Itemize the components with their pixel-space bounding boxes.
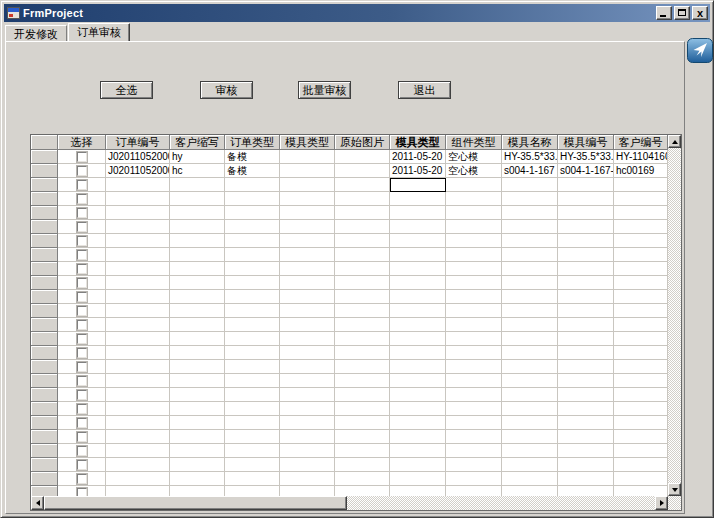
grid-cell[interactable] [614, 206, 668, 220]
grid-cell[interactable] [390, 220, 446, 234]
grid-cell[interactable] [614, 220, 668, 234]
grid-cell[interactable] [280, 150, 335, 164]
row-checkbox[interactable] [77, 166, 87, 176]
grid-cell[interactable] [280, 234, 335, 248]
grid-cell[interactable] [446, 444, 502, 458]
row-header-cell[interactable] [31, 430, 58, 444]
grid-cell[interactable] [390, 192, 446, 206]
grid-cell[interactable] [170, 374, 225, 388]
row-header-cell[interactable] [31, 234, 58, 248]
grid-cell[interactable] [558, 318, 614, 332]
grid-cell[interactable] [446, 458, 502, 472]
grid-cell[interactable] [446, 332, 502, 346]
grid-cell[interactable] [614, 430, 668, 444]
grid-cell[interactable] [502, 472, 558, 486]
grid-cell[interactable] [390, 276, 446, 290]
grid-cell[interactable] [446, 374, 502, 388]
column-header[interactable]: 订单类型 [225, 135, 280, 150]
row-header-cell[interactable] [31, 388, 58, 402]
grid-cell[interactable] [446, 206, 502, 220]
grid-cell[interactable] [614, 318, 668, 332]
grid-cell[interactable] [335, 304, 390, 318]
grid-cell[interactable] [390, 360, 446, 374]
grid-cell[interactable] [446, 276, 502, 290]
grid-cell[interactable] [502, 220, 558, 234]
grid-cell[interactable] [558, 262, 614, 276]
row-header-cell[interactable] [31, 164, 58, 178]
grid-cell[interactable] [558, 276, 614, 290]
grid-cell[interactable] [335, 248, 390, 262]
row-checkbox[interactable] [77, 152, 87, 162]
grid-cell[interactable] [280, 318, 335, 332]
grid-cell[interactable] [558, 178, 614, 192]
grid-cell[interactable] [502, 332, 558, 346]
grid-cell[interactable] [170, 332, 225, 346]
grid-cell[interactable] [335, 234, 390, 248]
grid-cell[interactable]: hy [170, 150, 225, 164]
grid-cell[interactable] [558, 206, 614, 220]
exit-button[interactable]: 退出 [398, 81, 451, 99]
grid-cell[interactable]: HY-35.5*33.5* [558, 150, 614, 164]
scroll-right-icon[interactable] [655, 496, 668, 510]
row-checkbox[interactable] [77, 446, 87, 456]
grid-cell[interactable] [280, 458, 335, 472]
grid-cell[interactable] [502, 346, 558, 360]
grid-cell[interactable] [225, 220, 280, 234]
grid-cell[interactable]: HY-35.5*33.5* [502, 150, 558, 164]
grid-cell[interactable] [225, 346, 280, 360]
grid-cell[interactable] [335, 374, 390, 388]
grid-cell[interactable] [170, 360, 225, 374]
row-header-cell[interactable] [31, 248, 58, 262]
grid-cell[interactable] [106, 220, 170, 234]
grid-cell[interactable] [614, 388, 668, 402]
grid-cell[interactable] [170, 262, 225, 276]
grid-cell[interactable] [225, 360, 280, 374]
grid-cell[interactable] [558, 458, 614, 472]
grid-cell[interactable] [170, 220, 225, 234]
grid-cell[interactable] [170, 472, 225, 486]
grid-cell[interactable] [170, 416, 225, 430]
grid-cell[interactable] [558, 472, 614, 486]
grid-cell[interactable] [335, 290, 390, 304]
grid-cell[interactable] [225, 374, 280, 388]
grid-cell[interactable]: 备模 [225, 164, 280, 178]
row-checkbox[interactable] [77, 404, 87, 414]
grid-cell[interactable] [502, 304, 558, 318]
grid-cell[interactable] [280, 304, 335, 318]
grid-cell[interactable] [170, 318, 225, 332]
grid-cell[interactable] [558, 374, 614, 388]
horizontal-scrollbar[interactable] [31, 496, 668, 510]
grid-cell[interactable] [502, 290, 558, 304]
grid-cell[interactable] [106, 444, 170, 458]
grid-cell[interactable] [502, 486, 558, 496]
row-checkbox[interactable] [77, 264, 87, 274]
grid-cell[interactable] [558, 248, 614, 262]
grid-cell[interactable]: 2011-05-20 [390, 164, 446, 178]
grid-cell[interactable] [280, 360, 335, 374]
grid-cell[interactable] [170, 402, 225, 416]
column-header[interactable]: 组件类型 [446, 135, 502, 150]
close-icon[interactable]: x [692, 6, 708, 20]
row-header-cell[interactable] [31, 402, 58, 416]
grid-cell[interactable] [170, 458, 225, 472]
grid-cell[interactable] [335, 276, 390, 290]
row-checkbox[interactable] [77, 418, 87, 428]
grid-cell[interactable] [614, 444, 668, 458]
row-checkbox[interactable] [77, 320, 87, 330]
grid-cell[interactable] [502, 318, 558, 332]
grid-cell[interactable]: J020110520001 [106, 150, 170, 164]
row-checkbox[interactable] [77, 334, 87, 344]
grid-cell[interactable] [446, 486, 502, 496]
grid-cell[interactable] [335, 220, 390, 234]
grid-cell[interactable] [225, 458, 280, 472]
row-header-cell[interactable] [31, 276, 58, 290]
grid-cell[interactable] [170, 248, 225, 262]
grid-cell[interactable] [335, 150, 390, 164]
grid-cell[interactable] [335, 472, 390, 486]
grid-cell[interactable] [390, 402, 446, 416]
grid-cell[interactable] [106, 178, 170, 192]
grid-cell[interactable] [225, 402, 280, 416]
grid-cell[interactable] [106, 416, 170, 430]
grid-cell[interactable] [280, 388, 335, 402]
row-header-cell[interactable] [31, 374, 58, 388]
